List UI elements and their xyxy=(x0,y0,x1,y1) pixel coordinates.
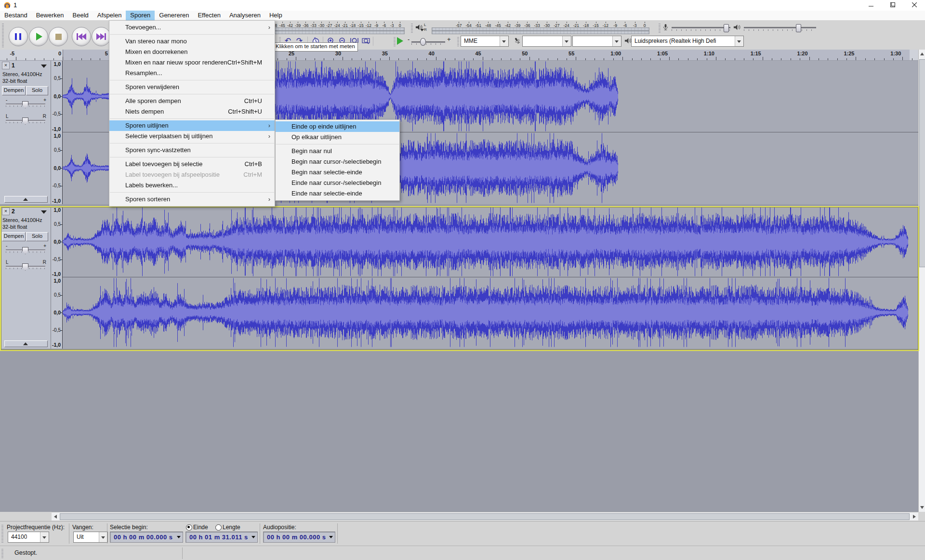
playback-volume-slider[interactable] xyxy=(744,27,816,28)
menu-item-sporen-uitlijnen[interactable]: Sporen uitlijnen› xyxy=(109,120,275,131)
recording-volume-thumb[interactable] xyxy=(724,24,729,32)
recording-device-dropdown-button[interactable] xyxy=(562,36,571,46)
menu-item-sporen-verwijderen[interactable]: Sporen verwijderen xyxy=(109,82,275,92)
close-track-button[interactable]: × xyxy=(2,62,10,69)
fit-project-button[interactable] xyxy=(360,36,371,47)
recording-volume-slider[interactable] xyxy=(672,27,730,28)
menubar-item-bewerken[interactable]: Bewerken xyxy=(32,11,68,20)
horizontal-scrollbar[interactable] xyxy=(52,512,918,521)
close-button[interactable] xyxy=(903,0,925,11)
menubar-item-afspelen[interactable]: Afspelen xyxy=(93,11,126,20)
mute-button[interactable]: Dempen xyxy=(2,86,26,95)
meter-dropdown-arrow-icon[interactable] xyxy=(420,29,424,31)
menu-item-sporen-sync-vastzetten[interactable]: Sporen sync-vastzetten xyxy=(109,145,275,156)
menu-item-einde-naar-cursor-selectiebegin[interactable]: Einde naar cursor-/selectiebegin xyxy=(276,178,399,188)
playback-meter-grip[interactable] xyxy=(411,23,413,33)
skip-to-start-button[interactable] xyxy=(72,27,91,46)
playback-device-select[interactable]: Luidsprekers (Realtek High Defi xyxy=(631,36,744,47)
scroll-up-arrow-icon[interactable] xyxy=(920,52,924,55)
minimize-button[interactable] xyxy=(860,0,882,11)
menu-item-label-toevoegen-bij-selectie[interactable]: Label toevoegen bij selectieCtrl+B xyxy=(109,159,275,169)
selection-end-field[interactable]: 00 h 01 m 31.011 s xyxy=(185,532,258,543)
solo-button[interactable]: Solo xyxy=(26,86,48,95)
track-menu-arrow-icon[interactable] xyxy=(41,65,47,68)
menu-item-labels-bewerken[interactable]: Labels bewerken... xyxy=(109,180,275,191)
gain-thumb[interactable] xyxy=(22,101,28,108)
menubar-item-sporen[interactable]: Sporen xyxy=(126,11,155,20)
menubar-item-help[interactable]: Help xyxy=(265,11,287,20)
track-menu-arrow-icon[interactable] xyxy=(41,210,47,214)
pan-slider[interactable]: L R xyxy=(4,260,47,272)
menu-item-op-elkaar-uitlijnen[interactable]: Op elkaar uitlijnen xyxy=(276,132,399,143)
waveform-right-channel[interactable] xyxy=(63,277,908,348)
playback-meter[interactable]: L R -57-54-51-48-45-42-39-36-33-30-27-24… xyxy=(410,21,657,34)
maximize-button[interactable] xyxy=(882,0,903,11)
host-select[interactable]: MME xyxy=(461,36,509,47)
menubar-item-beeld[interactable]: Beeld xyxy=(68,11,93,20)
collapse-track-button[interactable] xyxy=(4,196,48,203)
menu-item-mixen-en-doorrekenen[interactable]: Mixen en doorrekenen xyxy=(109,47,275,57)
menu-item-mixen-en-naar-nieuw-spoor-renderen[interactable]: Mixen en naar nieuw spoor renderenCtrl+S… xyxy=(109,57,275,68)
menu-item-niets-dempen[interactable]: Niets dempenCtrl+Shift+U xyxy=(109,106,275,117)
device-toolbar-grip[interactable] xyxy=(457,36,459,46)
scroll-right-arrow-icon[interactable] xyxy=(913,515,916,519)
vertical-scrollbar[interactable] xyxy=(918,50,925,512)
pan-slider[interactable]: L R xyxy=(4,114,47,126)
skip-to-end-button[interactable] xyxy=(92,27,111,46)
solo-button[interactable]: Solo xyxy=(26,232,48,241)
snap-dropdown-button[interactable] xyxy=(99,532,107,542)
end-radio-button[interactable] xyxy=(186,524,192,531)
play-at-speed-button[interactable] xyxy=(397,37,403,45)
waveform-left-channel[interactable] xyxy=(63,207,908,277)
pause-button[interactable] xyxy=(9,27,28,46)
menu-item-sporen-sorteren[interactable]: Sporen sorteren› xyxy=(109,194,275,205)
menu-item-van-stereo-naar-mono[interactable]: Van stereo naar mono xyxy=(109,36,275,47)
vertical-scroll-thumb[interactable] xyxy=(919,59,925,267)
pan-thumb[interactable] xyxy=(22,263,28,271)
snap-select[interactable]: Uit xyxy=(73,532,108,543)
amplitude-ruler[interactable]: 1,00,50,0-0,5-1,01,00,50,0-0,5-1,0 xyxy=(51,207,63,349)
recording-device-select[interactable] xyxy=(522,36,571,47)
play-at-speed-grip[interactable] xyxy=(394,36,396,46)
play-button[interactable] xyxy=(29,27,48,46)
transport-grip[interactable] xyxy=(2,23,4,47)
menu-item-alle-sporen-dempen[interactable]: Alle sporen dempenCtrl+U xyxy=(109,96,275,106)
project-rate-select[interactable]: 44100 xyxy=(8,532,49,543)
menubar-item-bestand[interactable]: Bestand xyxy=(0,11,32,20)
track-title[interactable]: 2 xyxy=(12,208,15,215)
mute-button[interactable]: Dempen xyxy=(2,232,26,241)
menu-item-toevoegen[interactable]: Toevoegen...› xyxy=(109,22,275,33)
menubar-item-analyseren[interactable]: Analyseren xyxy=(225,11,265,20)
audio-position-field[interactable]: 00 h 00 m 00.000 s xyxy=(263,532,335,543)
menubar-item-genereren[interactable]: Genereren xyxy=(155,11,193,20)
menu-item-einde-op-einde-uitlijnen[interactable]: Einde op einde uitlijnen xyxy=(276,121,399,132)
selection-toolbar-grip[interactable] xyxy=(1,524,3,543)
amplitude-ruler[interactable]: 1,00,50,0-0,5-1,01,00,50,0-0,5-1,0 xyxy=(51,61,63,204)
recording-channels-dropdown-button[interactable] xyxy=(612,36,621,46)
menu-item-begin-naar-nul[interactable]: Begin naar nul xyxy=(276,146,399,156)
close-track-button[interactable]: × xyxy=(2,208,10,215)
gain-slider[interactable]: - + xyxy=(4,97,47,110)
recording-channels-select[interactable] xyxy=(572,36,621,47)
menu-item-selectie-verplaatsen-bij-uitlijnen[interactable]: Selectie verplaatsen bij uitlijnen› xyxy=(109,131,275,142)
pan-thumb[interactable] xyxy=(22,117,28,125)
mixer-grip[interactable] xyxy=(659,23,661,33)
selection-start-field[interactable]: 00 h 00 m 00.000 s xyxy=(110,532,183,543)
menu-item-begin-naar-cursor-selectiebegin[interactable]: Begin naar cursor-/selectiebegin xyxy=(276,156,399,167)
waveform-area[interactable] xyxy=(63,207,918,349)
length-radio-button[interactable] xyxy=(215,524,222,531)
scroll-left-arrow-icon[interactable] xyxy=(54,515,57,519)
playback-device-dropdown-button[interactable] xyxy=(735,36,743,46)
menu-item-einde-naar-selectie-einde[interactable]: Einde naar selectie-einde xyxy=(276,188,399,199)
gain-thumb[interactable] xyxy=(22,247,28,254)
stop-button[interactable] xyxy=(49,27,68,46)
menu-item-resamplen[interactable]: Resamplen... xyxy=(109,68,275,78)
collapse-track-button[interactable] xyxy=(4,340,48,347)
menu-item-begin-naar-selectie-einde[interactable]: Begin naar selectie-einde xyxy=(276,167,399,178)
play-speed-slider[interactable] xyxy=(411,41,445,43)
play-speed-thumb[interactable] xyxy=(420,38,426,46)
project-rate-dropdown-button[interactable] xyxy=(40,532,49,542)
gain-slider[interactable]: - + xyxy=(4,243,47,256)
track-title[interactable]: 1 xyxy=(12,62,15,69)
playback-volume-thumb[interactable] xyxy=(796,24,801,32)
